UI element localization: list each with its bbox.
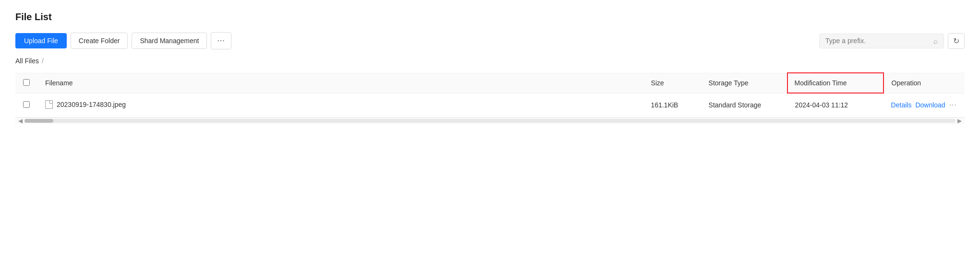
col-header-filename: Filename	[37, 73, 643, 93]
toolbar-left: Upload File Create Folder Shard Manageme…	[15, 32, 819, 49]
row-size: 161.1KiB	[643, 93, 701, 117]
scroll-left-icon[interactable]: ◀	[16, 117, 24, 124]
col-header-size: Size	[643, 73, 701, 93]
scroll-right-icon[interactable]: ▶	[956, 117, 964, 124]
col-header-operation: Operation	[883, 73, 965, 93]
row-storage-type: Standard Storage	[701, 93, 787, 117]
row-modification-time: 2024-04-03 11:12	[787, 93, 883, 117]
upload-file-button[interactable]: Upload File	[15, 33, 67, 48]
page-container: File List Upload File Create Folder Shar…	[0, 0, 980, 136]
breadcrumb-root[interactable]: All Files	[15, 57, 39, 65]
table-header: Filename Size Storage Type Modification …	[15, 73, 965, 93]
filename-text: 20230919-174830.jpeg	[57, 101, 126, 108]
page-title: File List	[15, 12, 965, 23]
refresh-button[interactable]: ↻	[948, 33, 965, 49]
row-filename: 20230919-174830.jpeg	[37, 93, 643, 117]
breadcrumb-separator: /	[42, 57, 44, 65]
shard-management-button[interactable]: Shard Management	[132, 33, 207, 49]
row-operation: Details Download ···	[883, 93, 965, 117]
operation-links: Details Download ···	[891, 101, 957, 109]
row-more-button[interactable]: ···	[949, 101, 957, 109]
table-body: 20230919-174830.jpeg 161.1KiB Standard S…	[15, 93, 965, 117]
file-icon-container: 20230919-174830.jpeg	[45, 100, 126, 109]
table-row: 20230919-174830.jpeg 161.1KiB Standard S…	[15, 93, 965, 117]
select-all-checkbox[interactable]	[23, 79, 30, 86]
create-folder-button[interactable]: Create Folder	[71, 33, 128, 49]
search-input[interactable]	[825, 37, 930, 45]
search-icon: ⌕	[933, 37, 938, 45]
toolbar-right: ⌕ ↻	[819, 33, 965, 49]
toolbar: Upload File Create Folder Shard Manageme…	[15, 32, 965, 49]
col-header-check	[15, 73, 37, 93]
scrollbar-row: ◀ ▶	[15, 117, 965, 124]
file-icon	[45, 100, 53, 109]
details-link[interactable]: Details	[891, 101, 912, 109]
col-header-storage-type: Storage Type	[701, 73, 787, 93]
col-header-modification-time[interactable]: Modification Time	[787, 73, 883, 93]
search-box: ⌕	[819, 34, 944, 48]
file-table: Filename Size Storage Type Modification …	[15, 72, 965, 117]
scrollbar-thumb[interactable]	[24, 119, 53, 123]
row-check	[15, 93, 37, 117]
more-button[interactable]: ···	[211, 32, 231, 49]
scrollbar-track[interactable]	[24, 119, 956, 123]
breadcrumb: All Files /	[15, 57, 965, 65]
download-link[interactable]: Download	[915, 101, 945, 109]
row-checkbox[interactable]	[23, 101, 30, 108]
